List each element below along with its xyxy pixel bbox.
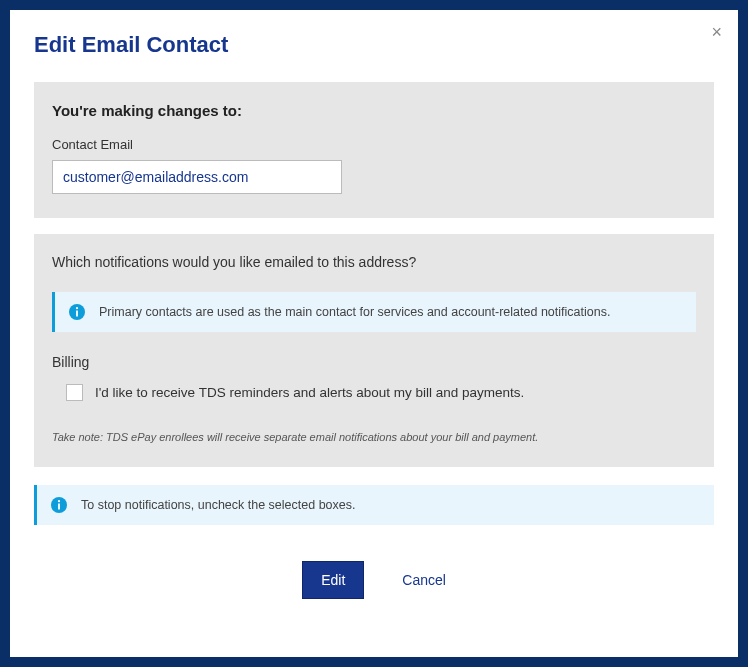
svg-point-5 [58, 500, 60, 502]
info-banner-text: Primary contacts are used as the main co… [99, 305, 610, 319]
billing-checkbox-row: I'd like to receive TDS reminders and al… [66, 384, 696, 401]
billing-section-label: Billing [52, 354, 696, 370]
billing-checkbox[interactable] [66, 384, 83, 401]
changes-heading: You're making changes to: [52, 102, 696, 119]
primary-contact-info-banner: Primary contacts are used as the main co… [52, 292, 696, 332]
edit-button[interactable]: Edit [302, 561, 364, 599]
close-icon[interactable]: × [711, 22, 722, 43]
notifications-question: Which notifications would you like email… [52, 254, 696, 270]
changes-panel: You're making changes to: Contact Email [34, 82, 714, 218]
svg-rect-4 [58, 504, 60, 510]
info-icon [69, 304, 85, 320]
contact-email-input[interactable] [52, 160, 342, 194]
svg-rect-1 [76, 311, 78, 317]
billing-checkbox-label: I'd like to receive TDS reminders and al… [95, 385, 524, 400]
notifications-panel: Which notifications would you like email… [34, 234, 714, 467]
contact-email-label: Contact Email [52, 137, 696, 152]
svg-point-2 [76, 307, 78, 309]
modal-title: Edit Email Contact [34, 32, 714, 58]
button-row: Edit Cancel [34, 561, 714, 599]
epay-note: Take note: TDS ePay enrollees will recei… [52, 431, 696, 443]
stop-notifications-info-banner: To stop notifications, uncheck the selec… [34, 485, 714, 525]
info-icon [51, 497, 67, 513]
outer-info-text: To stop notifications, uncheck the selec… [81, 498, 355, 512]
cancel-button[interactable]: Cancel [402, 572, 446, 588]
edit-email-contact-modal: × Edit Email Contact You're making chang… [10, 10, 738, 657]
